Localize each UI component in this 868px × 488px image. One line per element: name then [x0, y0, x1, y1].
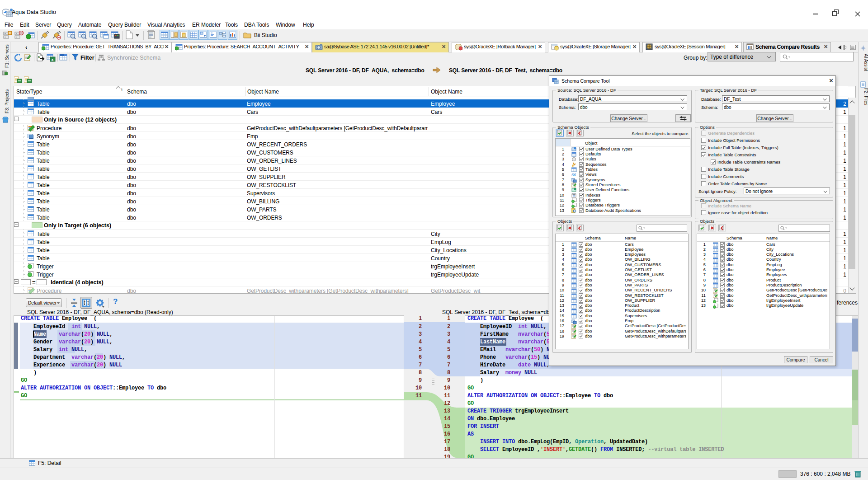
svg-text:66: 66	[571, 173, 576, 177]
svg-text:h: h	[38, 55, 40, 59]
svg-text:x: x	[52, 57, 54, 62]
